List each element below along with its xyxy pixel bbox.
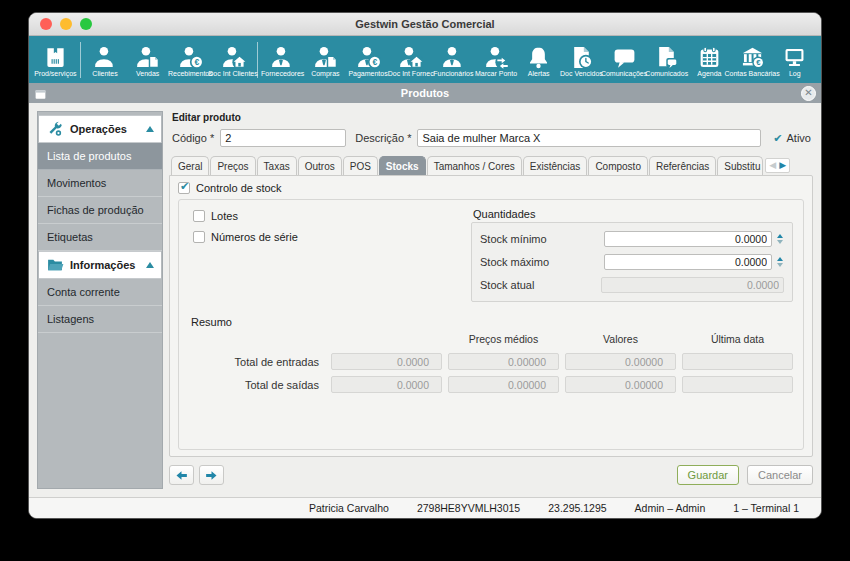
document-clock-icon: [569, 45, 594, 70]
arrow-left-icon: [174, 469, 189, 482]
tab-composto[interactable]: Composto: [588, 156, 648, 175]
toolbar-item-clientes[interactable]: Clientes: [84, 44, 127, 77]
calendar-icon: [697, 45, 722, 70]
quantidades-title: Quantidades: [473, 208, 793, 220]
toolbar-separator: [80, 42, 81, 78]
person-icon: [93, 45, 118, 70]
total-entradas-quantidade-field: 0.0000: [331, 353, 442, 370]
toolbar-item-doc-int-fornec[interactable]: Doc Int Fornec: [389, 44, 432, 77]
tab-referencias[interactable]: Referências: [649, 156, 716, 175]
tab-stocks[interactable]: Stocks: [379, 156, 426, 175]
product-tabs: Geral Preços Taxas Outros POS Stocks Tam…: [169, 155, 813, 175]
resumo-header-precos-medios: Preços médios: [448, 333, 559, 347]
arrow-right-icon: [204, 469, 219, 482]
resumo-header-ultima-data: Última data: [682, 333, 793, 347]
checkbox-icon: [193, 210, 205, 222]
cancelar-button[interactable]: Cancelar: [747, 465, 813, 485]
ativo-checkbox[interactable]: ✔ Ativo: [773, 132, 811, 145]
toolbar-item-doc-vencidos[interactable]: Doc Vencidos: [560, 44, 603, 77]
tab-substitutos[interactable]: Substitu: [717, 156, 763, 175]
stock-atual-input: [601, 277, 784, 293]
tab-scroll-left-icon[interactable]: ◀: [769, 161, 776, 170]
toolbar-item-comunicados[interactable]: Comunicados: [645, 44, 688, 77]
collapse-triangle-icon: [146, 262, 154, 268]
speech-bubble-icon: [612, 45, 637, 70]
guardar-button[interactable]: Guardar: [677, 465, 739, 485]
stock-maximo-row: Stock máximo: [480, 252, 784, 272]
content-area: Operações Lista de produtos Movimentos F…: [29, 103, 821, 497]
total-saidas-label: Total de saídas: [189, 379, 325, 391]
total-entradas-ultima-data-field: [682, 353, 793, 370]
window-title: Gestwin Gestão Comercial: [29, 18, 821, 30]
supplier-house-icon: [398, 45, 423, 70]
toolbar-item-fornecedores[interactable]: Fornecedores: [261, 44, 304, 77]
numeros-de-serie-checkbox[interactable]: Números de série: [193, 231, 298, 243]
tab-precos[interactable]: Preços: [210, 156, 255, 175]
editor-panel: Editar produto Código * Descrição * ✔ At…: [169, 111, 813, 489]
toolbar-item-log[interactable]: Log: [773, 44, 816, 77]
sidebar-item-listagens[interactable]: Listagens: [38, 306, 162, 333]
sidebar-item-lista-de-produtos[interactable]: Lista de produtos: [38, 143, 162, 170]
toolbar-item-recebimentos[interactable]: €Recebimentos: [169, 44, 212, 77]
stock-maximo-input[interactable]: [604, 254, 772, 270]
stocks-tab-panel: Controlo de stock Lotes: [169, 175, 813, 457]
toolbar-item-marcar-ponto[interactable]: Marcar Ponto: [475, 44, 518, 77]
stock-minimo-input[interactable]: [604, 231, 772, 247]
toolbar-item-funcionarios[interactable]: Funcionários: [432, 44, 475, 77]
svg-text:€: €: [756, 58, 761, 67]
next-record-button[interactable]: [199, 465, 224, 485]
stock-minimo-label: Stock mínimo: [480, 233, 604, 245]
tab-taxas[interactable]: Taxas: [257, 156, 297, 175]
tab-outros[interactable]: Outros: [298, 156, 342, 175]
stock-options-group: Lotes Números de série Quantidades: [178, 199, 804, 450]
stepper-down-icon[interactable]: [777, 240, 783, 244]
collapse-triangle-icon: [146, 126, 154, 132]
sidebar-item-conta-corrente[interactable]: Conta corrente: [38, 279, 162, 306]
sidebar-section-operacoes[interactable]: Operações: [39, 115, 161, 143]
wrench-icon: [46, 120, 64, 138]
toolbar-item-comunicacoes[interactable]: Comunicações: [603, 44, 646, 77]
tab-geral[interactable]: Geral: [171, 156, 209, 175]
toolbar-item-prod-servicos[interactable]: Prod/serviços: [34, 44, 77, 77]
toolbar-item-contas-bancarias[interactable]: €Contas Bancárias: [731, 44, 774, 77]
products-bag-icon: [43, 45, 68, 70]
monitor-icon: [782, 45, 807, 70]
stepper-up-icon[interactable]: [777, 257, 783, 261]
sidebar-item-movimentos[interactable]: Movimentos: [38, 170, 162, 197]
svg-text:€: €: [194, 57, 199, 67]
total-saidas-quantidade-field: 0.0000: [331, 376, 442, 393]
stepper-up-icon[interactable]: [777, 234, 783, 238]
descricao-label: Descrição *: [355, 132, 411, 144]
tab-existencias[interactable]: Existências: [523, 156, 588, 175]
previous-record-button[interactable]: [169, 465, 194, 485]
resumo-section: Resumo Preços médios Valores Última data…: [189, 316, 793, 393]
tab-scroll-right-icon[interactable]: ▶: [779, 161, 786, 170]
toolbar-item-vendas[interactable]: Vendas: [126, 44, 169, 77]
stock-atual-row: Stock atual: [480, 275, 784, 295]
panel-close-icon[interactable]: ✕: [801, 86, 816, 101]
sidebar-section-informacoes[interactable]: Informações: [39, 251, 161, 279]
checkbox-icon: [193, 231, 205, 243]
toolbar-item-doc-int-clientes[interactable]: Doc Int Clientes: [212, 44, 255, 77]
total-saidas-valor-field: 0.00000: [565, 376, 676, 393]
controlo-de-stock-checkbox[interactable]: Controlo de stock: [178, 182, 804, 194]
status-version: 23.295.1295: [548, 502, 606, 514]
tab-pos[interactable]: POS: [343, 156, 378, 175]
status-license-key: 2798HE8YVMLH3015: [417, 502, 520, 514]
app-window: Gestwin Gestão Comercial Prod/serviços C…: [28, 12, 822, 519]
toolbar-item-compras[interactable]: Compras: [304, 44, 347, 77]
toolbar-item-pagamentos[interactable]: €Pagamentos: [347, 44, 390, 77]
main-toolbar: Prod/serviços Clientes Vendas €Recebimen…: [29, 36, 821, 83]
descricao-input[interactable]: [417, 129, 761, 147]
tab-tamanhos-cores[interactable]: Tamanhos / Cores: [427, 156, 522, 175]
toolbar-item-alertas[interactable]: Alertas: [517, 44, 560, 77]
stepper-down-icon[interactable]: [777, 263, 783, 267]
checkbox-icon: [178, 182, 190, 194]
editor-field-row: Código * Descrição * ✔ Ativo: [169, 128, 813, 148]
sidebar-item-fichas-de-producao[interactable]: Fichas de produção: [38, 197, 162, 224]
tab-scroll-buttons: ◀ ▶: [765, 158, 790, 173]
codigo-input[interactable]: [220, 129, 346, 147]
editor-title: Editar produto: [172, 112, 813, 123]
lotes-checkbox[interactable]: Lotes: [193, 210, 298, 222]
sidebar-item-etiquetas[interactable]: Etiquetas: [38, 224, 162, 251]
